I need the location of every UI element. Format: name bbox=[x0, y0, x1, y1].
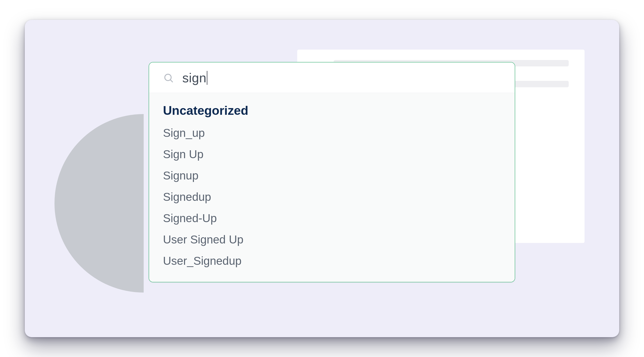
svg-line-1 bbox=[170, 80, 173, 82]
search-dropdown: sign Uncategorized Sign_up Sign Up Signu… bbox=[148, 62, 515, 282]
result-item[interactable]: Sign Up bbox=[163, 144, 501, 165]
result-item[interactable]: User_Signedup bbox=[163, 250, 501, 271]
text-caret bbox=[207, 71, 207, 85]
result-item[interactable]: Signup bbox=[163, 165, 501, 186]
result-item[interactable]: User Signed Up bbox=[163, 229, 501, 250]
results-group-header: Uncategorized bbox=[163, 100, 501, 122]
search-input-row[interactable]: sign bbox=[149, 63, 515, 93]
result-item[interactable]: Signed-Up bbox=[163, 207, 501, 229]
result-item[interactable]: Signedup bbox=[163, 186, 501, 207]
search-query-value: sign bbox=[182, 70, 206, 85]
app-card: sign Uncategorized Sign_up Sign Up Signu… bbox=[25, 20, 619, 337]
search-icon bbox=[163, 72, 174, 83]
search-query-text[interactable]: sign bbox=[182, 70, 207, 85]
result-item[interactable]: Sign_up bbox=[163, 122, 501, 144]
search-results: Uncategorized Sign_up Sign Up Signup Sig… bbox=[149, 93, 515, 282]
